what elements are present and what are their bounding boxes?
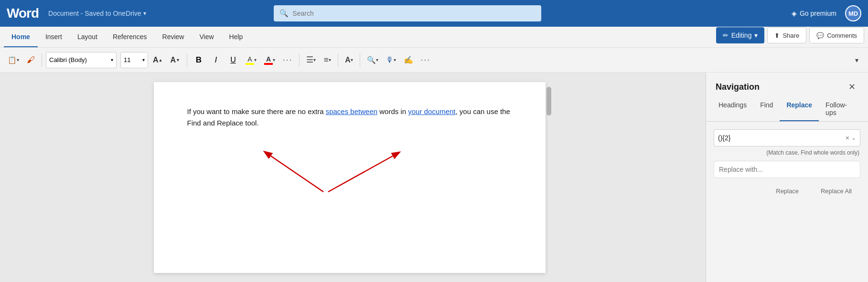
- svg-line-1: [271, 156, 323, 192]
- find-clear-button[interactable]: ×: [846, 134, 849, 142]
- find-input-wrapper: × ⌄: [714, 129, 860, 146]
- more-toolbar-button[interactable]: ···: [418, 52, 433, 69]
- bullets-button[interactable]: ☰ ▾: [303, 52, 319, 69]
- dictate-button[interactable]: 🎙 ▾: [383, 52, 399, 69]
- replace-input[interactable]: [719, 166, 855, 173]
- font-size-selector[interactable]: 11 ▾: [120, 52, 148, 68]
- toolbar-expand-button[interactable]: ▾: [850, 52, 863, 69]
- find-expand-button[interactable]: ⌄: [851, 135, 856, 141]
- diamond-icon: ◈: [792, 10, 797, 17]
- separator-3: [299, 53, 300, 67]
- underline-button[interactable]: U: [225, 52, 241, 68]
- align-icon: ≡: [324, 55, 329, 65]
- tab-layout[interactable]: Layout: [70, 27, 105, 47]
- bold-button[interactable]: B: [191, 52, 206, 68]
- word-logo: Word: [7, 6, 39, 21]
- tab-review[interactable]: Review: [155, 27, 192, 47]
- search-icon: 🔍: [279, 9, 289, 18]
- search-input[interactable]: [292, 10, 536, 17]
- editing-button[interactable]: ✏ Editing ▾: [716, 27, 765, 43]
- doc-title[interactable]: Document - Saved to OneDrive ▾: [48, 10, 146, 17]
- toolbar: 📋▾ 🖌 Calibri (Body) ▾ 11 ▾ A▲ A▼ B I U A…: [0, 48, 868, 73]
- title-bar: Word Document - Saved to OneDrive ▾ 🔍 ◈ …: [0, 0, 868, 27]
- tab-home[interactable]: Home: [4, 27, 38, 47]
- replace-input-wrapper: [714, 161, 860, 178]
- format-painter-icon: 🖌: [27, 55, 35, 65]
- find-icon: 🔍: [367, 56, 376, 64]
- svg-line-2: [328, 156, 393, 192]
- document-area: If you want to make sure there are no ex…: [0, 73, 706, 282]
- font-color-dropdown[interactable]: ▾: [273, 57, 275, 63]
- increase-font-button[interactable]: A▲: [150, 52, 165, 69]
- comments-icon: 💬: [816, 32, 824, 39]
- tab-bar: Home Insert Layout References Review Vie…: [0, 27, 868, 48]
- nav-content: × ⌄ (Match case, Find whole words only) …: [706, 122, 868, 282]
- find-hint: (Match case, Find whole words only): [714, 146, 860, 161]
- document-page: If you want to make sure there are no ex…: [154, 82, 546, 273]
- your-document-link[interactable]: your document: [408, 107, 455, 115]
- nav-tabs: Headings Find Replace Follow-ups: [706, 97, 868, 122]
- styles-button[interactable]: A ▾: [342, 52, 356, 69]
- comments-button[interactable]: 💬 Comments: [809, 27, 864, 43]
- find-input[interactable]: [718, 134, 844, 142]
- title-right-actions: ◈ Go premium MD: [792, 5, 861, 21]
- separator-1: [42, 53, 42, 67]
- nav-close-button[interactable]: ✕: [845, 80, 858, 94]
- format-painter-button[interactable]: 🖌: [24, 52, 38, 69]
- spaces-between-link[interactable]: spaces between: [326, 107, 377, 115]
- tab-view[interactable]: View: [192, 27, 221, 47]
- highlight-icon: A: [246, 55, 254, 65]
- share-icon: ⬆: [774, 32, 780, 39]
- font-size-dropdown-icon: ▾: [142, 57, 145, 63]
- search-bar[interactable]: 🔍: [274, 5, 541, 21]
- clipboard-icon: 📋: [8, 56, 17, 64]
- font-dropdown-icon: ▾: [111, 57, 113, 63]
- draw-icon: ✍: [404, 55, 413, 64]
- tab-help[interactable]: Help: [222, 27, 251, 47]
- highlight-dropdown[interactable]: ▾: [254, 57, 257, 63]
- nav-tab-replace[interactable]: Replace: [780, 97, 819, 121]
- tab-references[interactable]: References: [105, 27, 155, 47]
- find-button[interactable]: 🔍 ▾: [364, 52, 381, 69]
- highlight-button[interactable]: A ▾: [243, 52, 259, 69]
- separator-5: [360, 53, 360, 67]
- main-area: If you want to make sure there are no ex…: [0, 73, 868, 282]
- nav-header: Navigation ✕: [706, 73, 868, 97]
- go-premium-button[interactable]: ◈ Go premium: [792, 10, 836, 17]
- bullets-icon: ☰: [306, 55, 313, 65]
- scrollbar-thumb[interactable]: [547, 87, 551, 115]
- separator-4: [338, 53, 338, 67]
- navigation-panel: Navigation ✕ Headings Find Replace Follo…: [706, 73, 868, 282]
- decrease-font-button[interactable]: A▼: [167, 52, 182, 69]
- align-button[interactable]: ≡ ▾: [321, 52, 334, 69]
- replace-actions: Replace Replace All: [714, 185, 860, 198]
- editing-icon: ✏: [723, 31, 729, 39]
- font-selector[interactable]: Calibri (Body) ▾: [46, 52, 117, 68]
- nav-tab-followups[interactable]: Follow-ups: [819, 97, 862, 121]
- more-text-button[interactable]: ···: [280, 52, 295, 69]
- nav-tab-headings[interactable]: Headings: [712, 97, 753, 121]
- replace-button[interactable]: Replace: [767, 185, 807, 198]
- font-color-icon: A: [264, 55, 273, 65]
- draw-button[interactable]: ✍: [401, 52, 416, 69]
- user-avatar[interactable]: MD: [845, 5, 861, 21]
- font-color-button[interactable]: A ▾: [261, 52, 278, 69]
- clipboard-button[interactable]: 📋▾: [5, 52, 22, 69]
- nav-title: Navigation: [716, 82, 760, 92]
- nav-tab-find[interactable]: Find: [753, 97, 780, 121]
- dictate-icon: 🎙: [386, 56, 394, 64]
- tab-insert[interactable]: Insert: [38, 27, 70, 47]
- replace-all-button[interactable]: Replace All: [812, 185, 860, 198]
- separator-2: [187, 53, 187, 67]
- document-text: If you want to make sure there are no ex…: [187, 106, 512, 129]
- styles-icon: A: [345, 56, 351, 64]
- share-button[interactable]: ⬆ Share: [767, 27, 806, 43]
- arrows-overlay: [154, 82, 546, 225]
- italic-button[interactable]: I: [208, 52, 224, 68]
